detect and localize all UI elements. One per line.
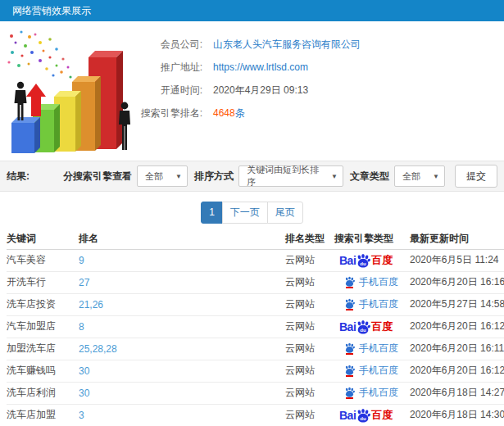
page-title: 网络营销效果展示 (12, 5, 91, 16)
article-type-select[interactable]: 全部 ▼ (394, 165, 445, 187)
baidu-logo-bai: Bai (339, 254, 356, 267)
last-page-button[interactable]: 尾页 (267, 202, 303, 224)
cell-time: 2020年6月18日 14:27 (410, 382, 504, 404)
rank-link[interactable]: 27 (79, 277, 89, 288)
baidu-logo: Bai du 百度 (334, 253, 393, 268)
header-keyword: 关键词 (7, 229, 79, 249)
info-row-rank-count: 搜索引擎排名: 4648条 (135, 102, 504, 125)
baidu-logo: Bai du 百度 (334, 320, 393, 334)
open-time-label: 开通时间: (135, 84, 202, 97)
header-engine-type: 搜索引擎类型 (334, 229, 410, 249)
confetti-dots (7, 30, 71, 78)
cell-engine-type: Bai du 百度 (334, 315, 410, 338)
cell-time: 2020年6月20日 16:12 (410, 315, 504, 338)
cell-rank-type: 云网站 (285, 271, 334, 293)
header-rank-type: 排名类型 (285, 229, 334, 249)
next-page-button[interactable]: 下一页 (222, 202, 268, 224)
mobile-baidu-paw-icon (344, 365, 355, 377)
cell-engine-type: 手机百度 (334, 271, 410, 293)
table-body: 汽车美容 9 云网站 Bai du 百度 2020年 (7, 249, 504, 426)
chevron-down-icon: ▼ (331, 173, 338, 180)
cell-rank-type: 云网站 (285, 249, 334, 271)
engine-select-value: 全部 (145, 170, 163, 183)
cell-keyword: 洗车店利润 (7, 382, 79, 404)
mobile-baidu: 手机百度 (334, 275, 398, 289)
baidu-logo-cn: 百度 (371, 408, 393, 423)
cell-rank-type: 云网站 (285, 338, 334, 360)
page-1-button[interactable]: 1 (201, 202, 223, 224)
rank-link[interactable]: 8 (79, 321, 84, 333)
engine-select[interactable]: 全部 ▼ (137, 165, 188, 187)
baidu-logo-du: du (361, 415, 367, 420)
mobile-baidu-label: 手机百度 (359, 275, 398, 289)
cell-keyword: 汽车美容 (7, 249, 79, 271)
cell-time: 2020年6月5日 11:24 (410, 249, 504, 271)
submit-button[interactable]: 提交 (455, 165, 497, 188)
rank-link[interactable]: 30 (79, 387, 89, 399)
baidu-paw-icon: du (356, 320, 370, 334)
header-rank: 排名 (79, 229, 285, 249)
promo-url-label: 推广地址: (135, 61, 202, 75)
cell-keyword: 开洗车行 (7, 271, 79, 293)
rank-count-label: 搜索引擎排名: (135, 106, 202, 120)
sort-select[interactable]: 关键词由短到长排序 ▼ (238, 165, 343, 187)
cell-rank-type: 云网站 (285, 315, 334, 338)
mobile-baidu-label: 手机百度 (359, 364, 398, 378)
cell-time: 2020年6月18日 14:30 (410, 404, 504, 426)
results-table: 关键词 排名 排名类型 搜索引擎类型 最新更新时间 汽车美容 9 云网站 Bai (7, 229, 504, 426)
rank-link[interactable]: 9 (79, 255, 84, 266)
sort-select-value: 关键词由短到长排序 (247, 164, 326, 188)
company-link[interactable]: 山东老人头汽车服务咨询有限公司 (213, 38, 361, 52)
cell-keyword: 洗车赚钱吗 (7, 360, 79, 382)
rank-link[interactable]: 3 (79, 410, 84, 421)
mobile-baidu-underline (346, 287, 353, 288)
mobile-baidu-underline (346, 353, 353, 355)
table-header-row: 关键词 排名 排名类型 搜索引擎类型 最新更新时间 (7, 229, 504, 249)
table-row: 洗车店利润 30 云网站 (7, 382, 504, 404)
rank-link[interactable]: 21,26 (79, 299, 103, 310)
chevron-down-icon: ▼ (175, 173, 182, 180)
cell-keyword: 洗车店加盟 (7, 404, 79, 426)
cell-keyword: 洗车店投资 (7, 293, 79, 315)
article-type-label: 文章类型 (350, 170, 389, 184)
cell-time: 2020年6月20日 16:11 (410, 338, 504, 360)
cell-engine-type: 手机百度 (334, 338, 410, 360)
mobile-baidu-label: 手机百度 (359, 386, 398, 400)
pagination: 1 下一页 尾页 (0, 202, 504, 224)
bar-blue (11, 117, 40, 153)
cell-keyword: 汽车加盟店 (7, 315, 79, 338)
rank-link[interactable]: 25,28,28 (79, 343, 117, 355)
baidu-logo-cn: 百度 (371, 320, 393, 334)
cell-time: 2020年6月20日 16:12 (410, 360, 504, 382)
mobile-baidu-label: 手机百度 (359, 297, 398, 311)
rank-link[interactable]: 30 (79, 365, 89, 377)
baidu-logo-bai: Bai (339, 320, 356, 333)
mobile-baidu: 手机百度 (334, 342, 398, 356)
table-row: 洗车店加盟 3 云网站 Bai du 百度 2020 (7, 404, 504, 426)
table-row: 开洗车行 27 云网站 手 (7, 271, 504, 293)
mobile-baidu: 手机百度 (334, 364, 398, 378)
info-row-open-time: 开通时间: 2020年4月29日 09:13 (135, 79, 504, 102)
rank-count-number: 4648 (213, 107, 235, 119)
result-label: 结果: (7, 170, 30, 184)
mobile-baidu-underline (346, 375, 353, 377)
filter-bar: 结果: 分搜索引擎查看 全部 ▼ 排序方式 关键词由短到长排序 ▼ 文章类型 全… (0, 161, 504, 192)
cell-engine-type: 手机百度 (334, 382, 410, 404)
article-type-select-value: 全部 (402, 170, 420, 183)
cell-time: 2020年6月20日 16:16 (410, 271, 504, 293)
baidu-logo-du: du (361, 261, 367, 265)
promo-url-link[interactable]: https://www.lrtlsd.com (213, 61, 308, 73)
engine-filter-label: 分搜索引擎查看 (63, 170, 132, 184)
baidu-logo-du: du (361, 327, 367, 332)
info-row-company: 会员公司: 山东老人头汽车服务咨询有限公司 (135, 33, 504, 56)
businessman-left (15, 82, 27, 120)
table-row: 洗车赚钱吗 30 云网站 (7, 360, 504, 382)
cell-engine-type: Bai du 百度 (334, 404, 410, 426)
mobile-baidu-label: 手机百度 (359, 342, 398, 356)
baidu-paw-icon: du (356, 253, 370, 268)
baidu-logo-cn: 百度 (371, 253, 393, 268)
mobile-baidu-underline (346, 309, 353, 310)
header-update-time: 最新更新时间 (410, 229, 504, 249)
table-row: 汽车加盟店 8 云网站 Bai du 百度 2020 (7, 315, 504, 338)
open-time-value: 2020年4月29日 09:13 (213, 84, 308, 97)
